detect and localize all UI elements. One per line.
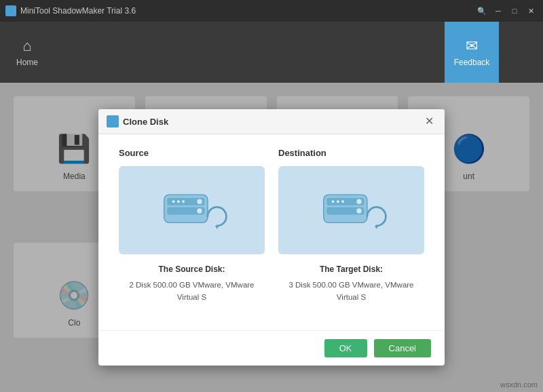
dialog-footer: OK Cancel: [98, 330, 445, 366]
svg-marker-8: [214, 226, 219, 229]
source-disk-svg: [155, 183, 229, 237]
svg-point-14: [331, 201, 334, 203]
svg-point-5: [172, 201, 174, 203]
feedback-icon: ✉: [466, 37, 478, 55]
nav-feedback[interactable]: ✉ Feedback: [445, 22, 499, 83]
content-area: 💾 Media 📋 🔧 🔵 unt 💿 Clo Clone Disk: [0, 83, 543, 392]
svg-point-13: [356, 209, 361, 214]
app-title: MiniTool ShadowMaker Trial 3.6: [20, 6, 136, 16]
dialog-body: Source: [98, 134, 445, 330]
svg-point-11: [356, 199, 361, 204]
destination-column: Destination: [278, 148, 424, 303]
source-label: Source: [119, 148, 149, 158]
source-disk-name-label: The Source Disk:: [158, 264, 225, 274]
disk-columns: Source: [119, 148, 424, 303]
target-disk-info: 3 Disk 500.00 GB VMware, VMware Virtual …: [278, 279, 424, 303]
clone-disk-dialog: Clone Disk ✕ Source: [98, 109, 445, 366]
nav-home[interactable]: ⌂ Home: [0, 22, 54, 83]
svg-point-16: [341, 201, 344, 203]
search-button[interactable]: 🔍: [475, 5, 489, 16]
cancel-button[interactable]: Cancel: [374, 339, 431, 357]
target-disk-name-label: The Target Disk:: [320, 264, 383, 274]
modal-overlay: Clone Disk ✕ Source: [0, 83, 543, 392]
source-disk-image-box[interactable]: [119, 166, 265, 254]
titlebar-left: MiniTool ShadowMaker Trial 3.6: [5, 5, 136, 16]
close-button[interactable]: ✕: [524, 5, 538, 16]
nav-home-label: Home: [16, 58, 38, 67]
app-main: ⌂ Home ✉ Feedback 💾 Media 📋 🔧 🔵 unt 💿 Cl…: [0, 22, 543, 392]
app-icon: [5, 5, 16, 16]
ok-button[interactable]: OK: [324, 339, 367, 357]
dialog-header: Clone Disk ✕: [98, 109, 445, 134]
svg-point-7: [182, 201, 185, 203]
topnav: ⌂ Home ✉ Feedback: [0, 22, 543, 83]
minimize-button[interactable]: ─: [491, 5, 505, 16]
titlebar: MiniTool ShadowMaker Trial 3.6 🔍 ─ □ ✕: [0, 0, 543, 22]
maximize-button[interactable]: □: [508, 5, 521, 16]
home-icon: ⌂: [22, 37, 31, 55]
svg-point-6: [177, 201, 180, 203]
titlebar-controls: 🔍 ─ □ ✕: [475, 5, 538, 16]
svg-point-2: [197, 199, 202, 204]
destination-disk-svg: [314, 183, 389, 237]
svg-marker-17: [374, 226, 378, 229]
svg-point-4: [197, 209, 202, 214]
dialog-logo-icon: [107, 115, 119, 128]
svg-point-15: [337, 201, 339, 203]
dialog-close-button[interactable]: ✕: [422, 115, 436, 128]
destination-label: Destination: [278, 148, 326, 158]
dialog-header-left: Clone Disk: [107, 115, 168, 128]
source-column: Source: [119, 148, 265, 303]
dialog-title: Clone Disk: [123, 117, 168, 127]
nav-feedback-label: Feedback: [454, 58, 490, 67]
source-disk-info: 2 Disk 500.00 GB VMware, VMware Virtual …: [119, 279, 265, 303]
destination-disk-image-box[interactable]: [278, 166, 424, 254]
